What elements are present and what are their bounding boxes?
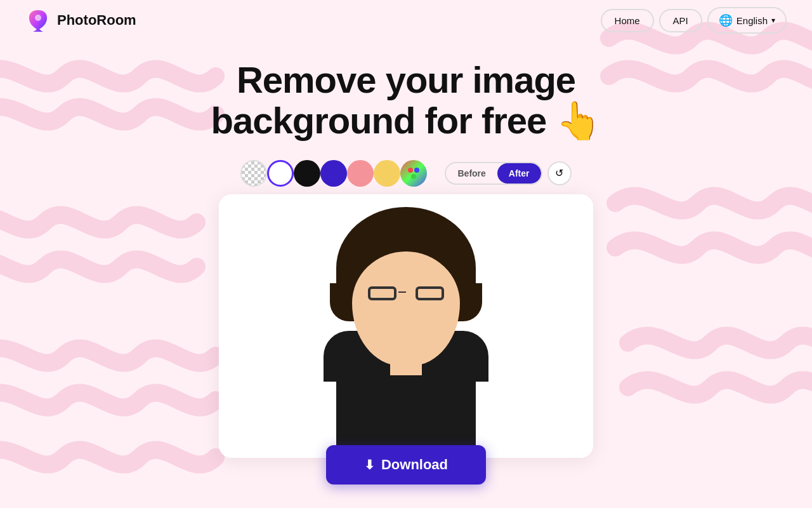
download-button[interactable]: ⬇ Download	[326, 445, 486, 485]
brand-name: PhotoRoom	[57, 12, 136, 29]
after-button[interactable]: After	[497, 163, 541, 184]
home-button[interactable]: Home	[601, 9, 654, 32]
reset-button[interactable]: ↺	[547, 161, 572, 185]
svg-point-2	[414, 168, 419, 173]
person-photo	[317, 207, 495, 458]
headline-line1: Remove your image	[237, 59, 575, 100]
swatch-more-colors[interactable]	[400, 160, 427, 187]
swatch-pink[interactable]	[347, 160, 374, 187]
headline: Remove your image background for free 👆	[211, 60, 601, 141]
download-icon: ⬇	[364, 457, 375, 472]
svg-point-3	[411, 174, 416, 179]
brand: PhotoRoom	[25, 8, 136, 33]
face-container	[219, 194, 593, 458]
before-button[interactable]: Before	[446, 163, 497, 184]
nav-actions: Home API 🌐 English ▾	[601, 7, 787, 34]
language-label: English	[737, 15, 768, 26]
swatch-white[interactable]	[267, 160, 294, 187]
logo-icon	[25, 8, 51, 33]
chevron-down-icon: ▾	[771, 16, 775, 25]
swatch-black[interactable]	[294, 160, 320, 187]
image-wrapper: ⬇ Download	[219, 194, 593, 485]
main-content: Remove your image background for free 👆 …	[0, 41, 812, 485]
face	[352, 251, 460, 366]
swatch-transparent[interactable]	[240, 160, 267, 187]
language-icon: 🌐	[719, 13, 733, 27]
headline-emoji: 👆	[556, 100, 601, 141]
image-card	[219, 194, 593, 458]
controls-row: Before After ↺	[240, 160, 571, 187]
svg-point-0	[35, 15, 41, 21]
download-label: Download	[381, 457, 448, 473]
navbar: PhotoRoom Home API 🌐 English ▾	[0, 0, 812, 41]
reset-icon: ↺	[555, 167, 563, 179]
before-after-toggle: Before After	[445, 162, 542, 185]
api-button[interactable]: API	[659, 9, 702, 32]
language-selector[interactable]: 🌐 English ▾	[707, 7, 787, 34]
swatch-purple[interactable]	[320, 160, 347, 187]
svg-point-1	[408, 168, 413, 173]
headline-line2: background for free	[211, 100, 556, 141]
swatch-yellow[interactable]	[374, 160, 400, 187]
